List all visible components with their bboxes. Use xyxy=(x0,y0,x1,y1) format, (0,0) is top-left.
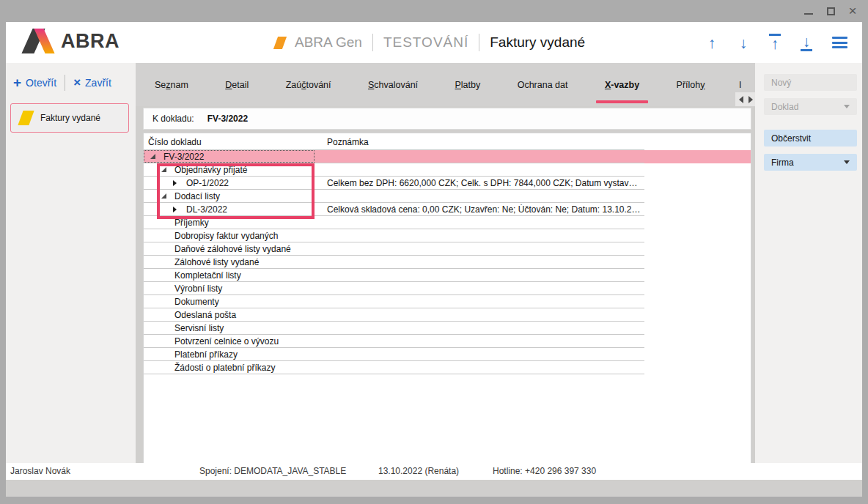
minimize-icon[interactable] xyxy=(803,5,814,17)
tree-row[interactable]: Servisní listy xyxy=(144,322,751,335)
document-number-cell: Kompletační listy xyxy=(174,270,241,281)
os-titlebar: × xyxy=(0,0,868,22)
record-navigation: ↑ ↓ ↑ ↓ xyxy=(706,22,847,63)
hamburger-menu-icon[interactable] xyxy=(832,34,847,51)
tree-row[interactable]: Dobropisy faktur vydaných xyxy=(144,229,751,242)
collapse-icon[interactable] xyxy=(161,193,166,199)
tree-row[interactable]: Odeslaná pošta xyxy=(144,308,751,322)
tab-detail[interactable]: Detail xyxy=(222,63,251,106)
grid-header: Číslo dokladu Poznámka xyxy=(144,133,751,150)
tab-zauctovani[interactable]: Zaúčtování xyxy=(283,63,334,106)
tree-row[interactable]: Dodací listy xyxy=(144,190,751,203)
abra-window: ABRA ABRA Gen TESTOVÁNÍ Faktury vydané ↑… xyxy=(6,22,862,497)
tree-row[interactable]: OP-1/2022 Celkem bez DPH: 6620,000 CZK; … xyxy=(144,177,751,190)
document-dropdown-button[interactable]: Doklad xyxy=(764,98,857,115)
expand-icon[interactable] xyxy=(173,207,177,212)
tab-platby[interactable]: Platby xyxy=(452,63,484,106)
tree-row[interactable]: Daňové zálohové listy vydané xyxy=(144,242,751,256)
next-record-icon[interactable]: ↓ xyxy=(738,35,749,51)
tree-row[interactable]: Objednávky přijaté xyxy=(144,163,751,177)
firm-dropdown-button[interactable]: Firma xyxy=(764,154,857,171)
document-number-cell: DL-3/2022 xyxy=(186,204,227,215)
plus-icon: + xyxy=(13,78,21,88)
chevron-down-icon xyxy=(844,105,850,108)
tree-row[interactable]: Platební příkazy xyxy=(144,348,751,361)
close-icon[interactable]: × xyxy=(847,5,858,17)
tree-body: FV-3/2022 Objednávky přijaté OP-1/2022 C… xyxy=(144,150,751,374)
agenda-tab-label: Faktury vydané xyxy=(40,113,100,123)
firm-button-label: Firma xyxy=(771,158,794,168)
scroll-tabs-right-icon[interactable] xyxy=(749,96,753,103)
header-breadcrumb: ABRA Gen TESTOVÁNÍ Faktury vydané xyxy=(276,22,585,63)
refresh-button-label: Občerstvit xyxy=(771,133,811,144)
sidebar-item-faktury-vydane[interactable]: Faktury vydané xyxy=(10,103,129,133)
tab-ochrana-dat[interactable]: Ochrana dat xyxy=(515,63,571,106)
collapse-icon[interactable] xyxy=(161,167,166,172)
document-number-cell: Odeslaná pošta xyxy=(174,310,236,320)
column-header-document-number[interactable]: Číslo dokladu xyxy=(148,137,202,147)
window-controls: × xyxy=(803,0,858,22)
agenda-icon xyxy=(18,111,34,125)
document-number-cell: Servisní listy xyxy=(174,323,224,333)
status-connection: Spojení: DEMODATA_JAVA_STABLE xyxy=(199,466,346,476)
document-number-cell: OP-1/2022 xyxy=(186,178,229,188)
first-record-icon[interactable]: ↑ xyxy=(769,34,781,51)
document-number-cell: Dodací listy xyxy=(174,191,220,201)
last-record-icon[interactable]: ↓ xyxy=(801,34,812,51)
document-number: FV-3/2022 xyxy=(207,114,248,124)
status-bar: Jaroslav Novák Spojení: DEMODATA_JAVA_ST… xyxy=(6,463,862,480)
abra-gen-icon xyxy=(273,37,287,49)
tree-row[interactable]: Příjemky xyxy=(144,216,751,229)
sidebar-toolbar: + Otevřít × Zavřít xyxy=(13,75,111,91)
new-button-label: Nový xyxy=(771,78,791,88)
open-agenda-button[interactable]: + Otevřít xyxy=(13,77,56,89)
tree-row[interactable]: Žádosti o platební příkazy xyxy=(144,361,751,374)
abra-logo-icon xyxy=(22,29,54,53)
tab-schvalovani[interactable]: Schvalování xyxy=(365,63,421,106)
close-agenda-button[interactable]: × Zavřít xyxy=(73,77,111,89)
environment-name: TESTOVÁNÍ xyxy=(383,34,468,51)
document-number-cell: Dobropisy faktur vydaných xyxy=(174,231,278,241)
brand-name: ABRA xyxy=(61,30,119,53)
new-button[interactable]: Nový xyxy=(764,74,857,91)
note-cell: Celkem bez DPH: 6620,000 CZK; Celk. s DP… xyxy=(327,178,641,188)
expand-icon[interactable] xyxy=(173,180,177,186)
prev-record-icon[interactable]: ↑ xyxy=(706,35,718,51)
status-hotline: Hotline: +420 296 397 330 xyxy=(493,466,596,476)
focus-rectangle xyxy=(144,150,315,163)
detail-tabbar: Seznam Detail Zaúčtování Schvalování Pla… xyxy=(136,63,755,106)
close-agenda-label: Zavřít xyxy=(85,77,111,89)
tree-row[interactable]: DL-3/2022 Celková skladová cena: 0,00 CZ… xyxy=(144,203,751,216)
abra-logo: ABRA xyxy=(22,29,119,53)
document-number-cell: Potvrzení celnice o vývozu xyxy=(174,336,279,346)
action-panel: Nový Doklad Občerstvit Firma xyxy=(755,63,862,480)
document-number-cell: Zálohové listy vydané xyxy=(174,257,259,267)
column-header-note[interactable]: Poznámka xyxy=(327,137,369,147)
close-x-icon: × xyxy=(73,78,81,88)
scroll-tabs-left-icon[interactable] xyxy=(739,96,743,103)
document-number-cell: Žádosti o platební příkazy xyxy=(174,363,275,373)
document-button-label: Doklad xyxy=(771,102,798,112)
product-name: ABRA Gen xyxy=(295,34,362,51)
tab-scroll-buttons xyxy=(735,92,757,106)
document-number-cell: Dokumenty xyxy=(174,297,219,307)
open-agenda-label: Otevřít xyxy=(26,77,56,89)
tab-seznam[interactable]: Seznam xyxy=(152,63,191,106)
tree-row[interactable]: Výrobní listy xyxy=(144,282,751,295)
chevron-down-icon xyxy=(844,160,850,164)
document-number-cell: Objednávky přijaté xyxy=(174,165,247,175)
sidebar: + Otevřít × Zavřít Faktury vydané xyxy=(6,63,136,480)
tree-row[interactable]: Potvrzení celnice o vývozu xyxy=(144,335,751,348)
to-document-bar: K dokladu: FV-3/2022 xyxy=(143,108,751,130)
tab-prilohy[interactable]: Přílohy xyxy=(674,63,708,106)
app-header: ABRA ABRA Gen TESTOVÁNÍ Faktury vydané ↑… xyxy=(6,22,862,63)
refresh-button[interactable]: Občerstvit xyxy=(764,130,857,147)
tree-row[interactable]: Dokumenty xyxy=(144,295,751,308)
tree-row[interactable]: Kompletační listy xyxy=(144,269,751,282)
tree-row[interactable]: Zálohové listy vydané xyxy=(144,256,751,269)
app-body: + Otevřít × Zavřít Faktury vydané Seznam… xyxy=(6,63,862,480)
divider xyxy=(65,75,65,91)
tab-x-vazby[interactable]: X-vazby xyxy=(602,63,642,106)
tree-row[interactable]: FV-3/2022 xyxy=(144,150,751,163)
maximize-icon[interactable] xyxy=(825,5,836,17)
